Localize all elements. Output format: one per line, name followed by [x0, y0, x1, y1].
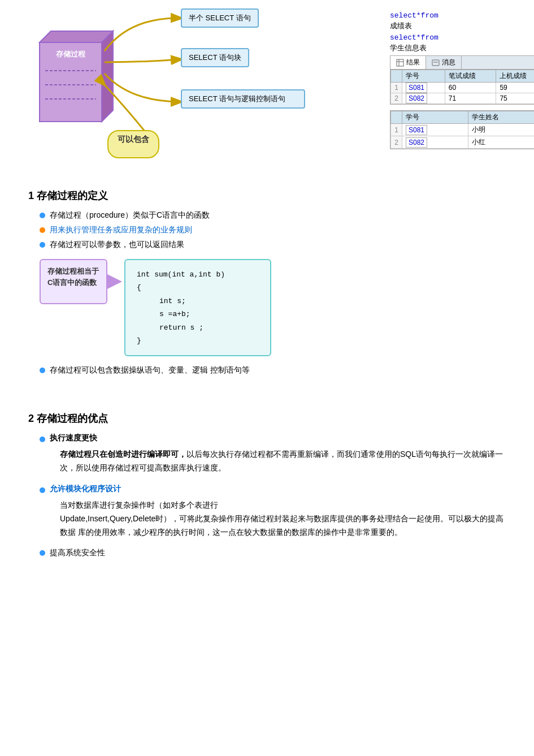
sql-text-2: select*from [390, 33, 534, 42]
section2-bullet-1: 执行速度更快 存储过程只在创造时进行编译即可，以后每次执行存储过程都不需再重新编… [40, 433, 506, 479]
bullet-dot-last [40, 368, 45, 373]
section2-dot-1 [40, 437, 45, 442]
bullet-item-2: 用来执行管理任务或应用复杂的业务规则 [40, 225, 506, 235]
section1-title: 1 存储过程的定义 [28, 189, 506, 202]
select-label-1: 半个 SELECT 语句 [189, 14, 251, 22]
bullet-dot-3 [40, 242, 45, 248]
select-label-3: SELECT 语句与逻辑控制语句 [189, 94, 285, 103]
svg-rect-10 [432, 60, 439, 66]
section1-last-bullet: 存储过程可以包含数据操纵语句、变量、逻辑 控制语句等 [28, 365, 506, 375]
tab-messages[interactable]: 消息 [426, 56, 462, 69]
section2-bullets: 执行速度更快 存储过程只在创造时进行编译即可，以后每次执行存储过程都不需再重新编… [28, 433, 506, 558]
section2-dot-2 [40, 487, 45, 493]
section2-dot-3 [40, 550, 45, 556]
section2-bullet-3: 提高系统安全性 [40, 548, 506, 558]
sql-text-1: select*from [390, 11, 534, 20]
result-table-2: 学号 学生姓名 1S081小明2S082小红 [390, 110, 534, 149]
section1-bullets: 存储过程（procedure）类似于C语言中的函数 用来执行管理任务或应用复杂的… [28, 210, 506, 250]
result-data-table-2: 学号 学生姓名 1S081小明2S082小红 [390, 111, 534, 149]
code-example: 存储过程相当于C语言中的函数 int sum(int a,int b) { in… [40, 259, 506, 356]
section2-title: 2 存储过程的优点 [28, 412, 506, 425]
result-data-table-1: 学号 笔试成绩 上机成绩 1S08160592S0827175 [390, 70, 534, 104]
svg-rect-7 [397, 59, 403, 66]
callout-arrow [106, 274, 122, 290]
bullet-item-1: 存储过程（procedure）类似于C语言中的函数 [40, 210, 506, 221]
callout-box: 存储过程相当于C语言中的函数 [40, 259, 107, 304]
sql-result-panel: select*from 成绩表 select*from 学生信息表 结果 [379, 6, 534, 155]
main-content: 1 存储过程的定义 存储过程（procedure）类似于C语言中的函数 用来执行… [17, 189, 517, 558]
select-label-2: SELECT 语句块 [189, 53, 241, 62]
table-icon [396, 59, 404, 67]
bullet-item-3: 存储过程可以带参数，也可以返回结果 [40, 240, 506, 250]
bullet-item-last: 存储过程可以包含数据操纵语句、变量、逻辑 控制语句等 [40, 365, 506, 375]
bullet-dot-1 [40, 213, 45, 218]
section2-bullet-2: 允许模块化程序设计 当对数据库进行复杂操作时（如对多个表进行Update,Ins… [40, 484, 506, 543]
bubble-label: 可以包含 [107, 130, 159, 158]
bullet-dot-2 [40, 227, 45, 233]
result-tabs: 结果 消息 [390, 56, 534, 70]
result-table-1: 结果 消息 学号 笔试成绩 上机成绩 [390, 55, 534, 105]
message-icon [432, 59, 440, 67]
tab-results[interactable]: 结果 [390, 56, 426, 69]
sql-label-1: 成绩表 [390, 21, 534, 31]
top-diagram: 存储过程 半个 SELECT 语句 SELECT 语句 [17, 6, 517, 175]
sql-label-2: 学生信息表 [390, 43, 534, 53]
code-box: int sum(int a,int b) { int s; s =a+b; re… [124, 259, 271, 356]
